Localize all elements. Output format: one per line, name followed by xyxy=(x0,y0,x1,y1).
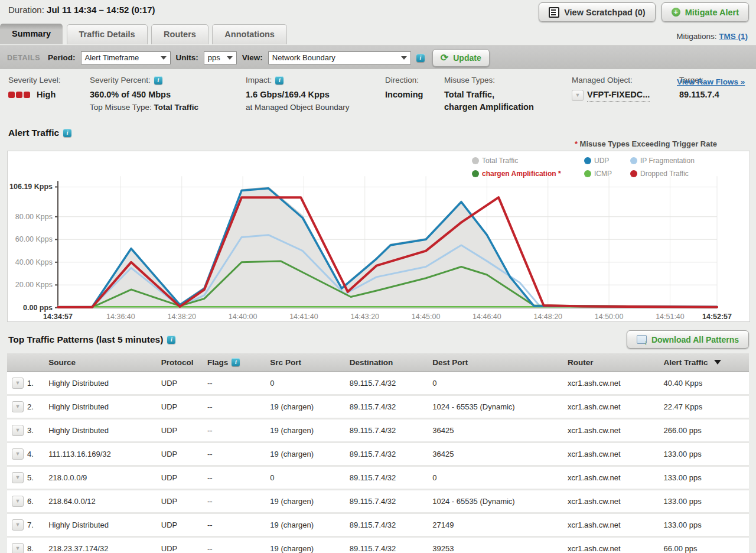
tab-traffic-details[interactable]: Traffic Details xyxy=(67,24,148,44)
row-expander-button[interactable]: ▼ xyxy=(12,448,24,460)
table-cell: UDP xyxy=(159,395,205,419)
column-header-protocol[interactable]: Protocol xyxy=(159,353,205,372)
legend-dot-icon xyxy=(472,157,479,164)
row-expander-button[interactable]: ▼ xyxy=(12,472,24,483)
tab-annotations[interactable]: Annotations xyxy=(212,24,287,44)
severity-dot xyxy=(8,92,15,98)
table-cell: 19 (chargen) xyxy=(268,537,347,553)
severity-level-label: Severity Level: xyxy=(8,76,61,84)
svg-text:14:40:00: 14:40:00 xyxy=(229,313,258,321)
legend-label: UDP xyxy=(594,157,609,165)
alert-traffic-info-icon[interactable]: i xyxy=(63,129,71,137)
mitigations-tms-link[interactable]: TMS (1) xyxy=(719,32,748,41)
patterns-info-icon[interactable]: i xyxy=(167,336,175,344)
impact-label: Impact: xyxy=(246,76,272,84)
view-raw-flows-link[interactable]: View Raw Flows » xyxy=(677,77,745,86)
mitigations-label: Mitigations: xyxy=(676,32,716,41)
table-cell: UDP xyxy=(159,419,205,443)
legend-dot-icon xyxy=(630,157,637,164)
table-cell: UDP xyxy=(159,443,205,466)
table-row: ▼5.218.0.0.0/9UDP--089.115.7.4/320xcr1.a… xyxy=(7,466,749,490)
row-expander-button[interactable]: ▼ xyxy=(12,401,24,412)
table-cell: UDP xyxy=(159,490,205,513)
top-misuse-value: Total Traffic xyxy=(154,103,199,112)
svg-text:80.00 Kpps: 80.00 Kpps xyxy=(15,213,53,221)
table-cell: xcr1.ash.cw.net xyxy=(565,395,662,419)
svg-text:14:36:40: 14:36:40 xyxy=(106,313,135,321)
table-cell: xcr1.ash.cw.net xyxy=(565,513,662,537)
table-cell: 22.47 Kpps xyxy=(661,395,749,419)
column-header-blank xyxy=(25,353,46,372)
update-button[interactable]: ⟳ Update xyxy=(432,49,490,67)
table-cell: 1024 - 65535 (Dynamic) xyxy=(430,490,565,513)
units-select[interactable]: pps xyxy=(204,51,237,64)
row-expander-button[interactable]: ▼ xyxy=(12,496,24,507)
direction-value: Incoming xyxy=(385,89,444,101)
chevron-down-icon xyxy=(401,56,407,60)
impact-info-icon[interactable]: i xyxy=(275,76,284,84)
table-cell: 19 (chargen) xyxy=(268,490,347,513)
tab-summary[interactable]: Summary xyxy=(0,24,63,44)
table-row: ▼1.Highly DistributedUDP--089.115.7.4/32… xyxy=(7,372,749,395)
row-expander-button[interactable]: ▼ xyxy=(12,378,24,389)
table-cell: Highly Distributed xyxy=(46,372,159,395)
table-cell: 133.00 pps xyxy=(661,443,749,466)
table-row: ▼6.218.64.0.0/12UDP--19 (chargen)89.115.… xyxy=(7,490,749,513)
period-select[interactable]: Alert Timeframe xyxy=(81,51,171,64)
table-row: ▼2.Highly DistributedUDP--19 (chargen)89… xyxy=(7,395,749,419)
misuse-types-label: Misuse Types: xyxy=(444,76,495,84)
impact-sub: at Managed Object Boundary xyxy=(246,103,385,112)
column-header-router[interactable]: Router xyxy=(565,353,662,372)
download-icon xyxy=(637,335,647,344)
column-header-src-port[interactable]: Src Port xyxy=(268,353,347,372)
severity-percent-label: Severity Percent: xyxy=(90,76,151,84)
column-header-blank xyxy=(7,353,25,372)
legend-dot-icon xyxy=(584,157,591,164)
view-label: View: xyxy=(242,53,263,62)
svg-text:14:45:00: 14:45:00 xyxy=(412,313,441,321)
svg-text:14:41:40: 14:41:40 xyxy=(289,313,318,321)
plus-circle-icon: + xyxy=(672,8,680,17)
download-all-patterns-button[interactable]: Download All Patterns xyxy=(627,330,749,349)
managed-object-value[interactable]: VFPT-FIXEDC... xyxy=(587,89,650,102)
column-header-source[interactable]: Source xyxy=(46,353,159,372)
view-info-icon[interactable]: i xyxy=(416,54,425,62)
patterns-title: Top Traffic Patterns (last 5 minutes) xyxy=(8,334,163,345)
legend-dot-icon xyxy=(630,170,637,177)
severity-level-value: High xyxy=(37,90,56,99)
row-expander-button[interactable]: ▼ xyxy=(12,519,24,531)
mitigate-alert-button[interactable]: + Mitigate Alert xyxy=(662,2,749,22)
view-select[interactable]: Network Boundary xyxy=(268,51,411,64)
column-header-destination[interactable]: Destination xyxy=(347,353,430,372)
table-cell: 0 xyxy=(268,466,347,490)
svg-text:14:51:40: 14:51:40 xyxy=(656,313,685,321)
row-expander-button[interactable]: ▼ xyxy=(12,543,24,553)
view-scratchpad-button[interactable]: View Scratchpad (0) xyxy=(539,2,656,22)
table-cell: xcr1.ash.cw.net xyxy=(565,372,662,395)
severity-percent-info-icon[interactable]: i xyxy=(154,76,162,84)
alert-traffic-chart: 106.19 Kpps80.00 Kpps60.00 Kpps40.00 Kpp… xyxy=(7,151,750,322)
table-cell: 89.115.7.4/32 xyxy=(347,490,430,513)
table-cell: xcr1.ash.cw.net xyxy=(565,466,662,490)
svg-text:20.00 Kpps: 20.00 Kpps xyxy=(15,281,53,289)
column-header-dest-port[interactable]: Dest Port xyxy=(430,353,565,372)
table-cell: 2. xyxy=(25,395,46,419)
download-all-patterns-label: Download All Patterns xyxy=(651,335,739,344)
flags-info-icon[interactable]: i xyxy=(232,358,240,366)
table-cell: -- xyxy=(205,490,268,513)
target-value: 89.115.7.4 xyxy=(679,89,719,101)
tab-routers[interactable]: Routers xyxy=(151,24,208,44)
trigger-note-text: Misuse Types Exceeding Trigger Rate xyxy=(578,139,717,148)
units-label: Units: xyxy=(176,53,198,62)
column-header-alert-traffic[interactable]: Alert Traffic xyxy=(661,353,749,372)
table-row: ▼8.218.23.37.174/32UDP--19 (chargen)89.1… xyxy=(7,537,749,553)
managed-object-dropdown-button[interactable]: ▼ xyxy=(572,90,584,101)
details-toolbar: DETAILS Period: Alert Timeframe Units: p… xyxy=(0,45,756,69)
severity-percent-block: Severity Percent: i 360.0% of 450 Mbps T… xyxy=(90,76,246,113)
column-header-flags[interactable]: Flagsi xyxy=(205,353,268,372)
patterns-table: SourceProtocolFlagsiSrc PortDestinationD… xyxy=(7,353,749,553)
table-cell: -- xyxy=(205,443,268,466)
row-expander-button[interactable]: ▼ xyxy=(12,425,24,436)
table-cell: 0 xyxy=(430,466,565,490)
misuse-types-line1: Total Traffic, xyxy=(444,89,572,101)
